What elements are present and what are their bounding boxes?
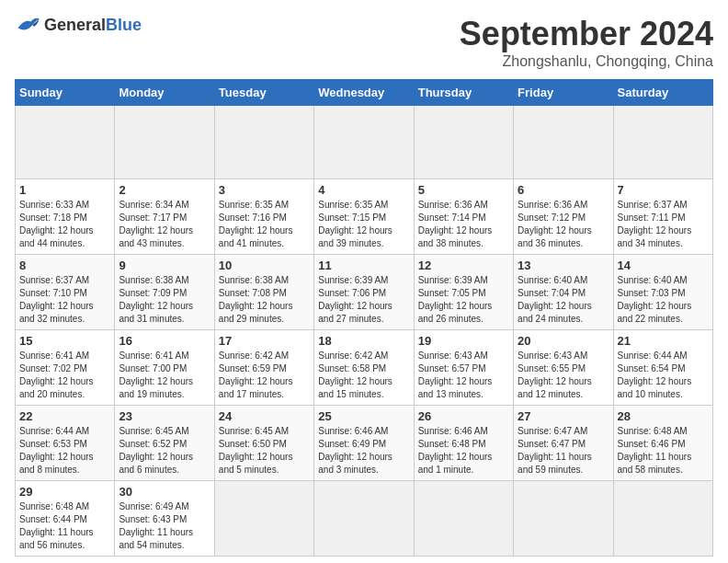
day-number: 7 [618, 183, 709, 197]
calendar-cell [514, 106, 613, 179]
calendar-cell [214, 106, 313, 179]
cell-content: Sunrise: 6:48 AMSunset: 6:44 PMDaylight:… [19, 500, 110, 552]
logo-blue: Blue [106, 16, 142, 34]
day-of-week-header: Monday [115, 80, 214, 106]
location: Zhongshanlu, Chongqing, China [460, 53, 713, 70]
calendar-cell: 19Sunrise: 6:43 AMSunset: 6:57 PMDayligh… [414, 330, 513, 406]
cell-content: Sunrise: 6:38 AMSunset: 7:08 PMDaylight:… [219, 274, 310, 326]
cell-content: Sunrise: 6:46 AMSunset: 6:49 PMDaylight:… [318, 425, 409, 477]
calendar-week-row [16, 106, 713, 179]
calendar-cell: 18Sunrise: 6:42 AMSunset: 6:58 PMDayligh… [314, 330, 414, 406]
cell-content: Sunrise: 6:47 AMSunset: 6:47 PMDaylight:… [518, 425, 609, 477]
title-area: September 2024 Zhongshanlu, Chongqing, C… [460, 15, 713, 70]
day-number: 16 [119, 334, 210, 348]
calendar-cell: 3Sunrise: 6:35 AMSunset: 7:16 PMDaylight… [214, 179, 313, 255]
day-number: 12 [418, 259, 509, 272]
calendar-cell: 21Sunrise: 6:44 AMSunset: 6:54 PMDayligh… [613, 330, 712, 406]
calendar-cell [414, 106, 513, 179]
cell-content: Sunrise: 6:41 AMSunset: 7:00 PMDaylight:… [119, 350, 210, 401]
day-number: 15 [19, 334, 110, 348]
day-number: 8 [19, 259, 110, 272]
logo-text: GeneralBlue [44, 16, 142, 35]
calendar-cell: 5Sunrise: 6:36 AMSunset: 7:14 PMDaylight… [414, 179, 513, 255]
day-of-week-header: Thursday [414, 80, 513, 106]
cell-content: Sunrise: 6:36 AMSunset: 7:12 PMDaylight:… [518, 199, 609, 250]
cell-content: Sunrise: 6:38 AMSunset: 7:09 PMDaylight:… [119, 274, 210, 326]
calendar-cell [414, 481, 513, 557]
calendar-cell [314, 481, 414, 557]
cell-content: Sunrise: 6:46 AMSunset: 6:48 PMDaylight:… [418, 425, 509, 477]
calendar-cell: 16Sunrise: 6:41 AMSunset: 7:00 PMDayligh… [115, 330, 214, 406]
calendar-week-row: 1Sunrise: 6:33 AMSunset: 7:18 PMDaylight… [16, 179, 713, 255]
cell-content: Sunrise: 6:44 AMSunset: 6:53 PMDaylight:… [19, 425, 110, 477]
calendar-cell: 23Sunrise: 6:45 AMSunset: 6:52 PMDayligh… [115, 406, 214, 481]
logo-icon [15, 15, 40, 35]
calendar-cell: 10Sunrise: 6:38 AMSunset: 7:08 PMDayligh… [214, 255, 313, 330]
calendar-cell: 1Sunrise: 6:33 AMSunset: 7:18 PMDaylight… [16, 179, 115, 255]
day-of-week-header: Wednesday [314, 80, 414, 106]
calendar-cell: 28Sunrise: 6:48 AMSunset: 6:46 PMDayligh… [613, 406, 712, 481]
day-number: 13 [518, 259, 609, 272]
day-number: 25 [318, 409, 409, 423]
month-title: September 2024 [460, 15, 713, 53]
cell-content: Sunrise: 6:43 AMSunset: 6:55 PMDaylight:… [518, 350, 609, 401]
day-number: 3 [219, 183, 310, 197]
cell-content: Sunrise: 6:42 AMSunset: 6:59 PMDaylight:… [219, 350, 310, 401]
calendar-cell [613, 481, 712, 557]
calendar-cell: 4Sunrise: 6:35 AMSunset: 7:15 PMDaylight… [314, 179, 414, 255]
calendar-cell: 20Sunrise: 6:43 AMSunset: 6:55 PMDayligh… [514, 330, 613, 406]
cell-content: Sunrise: 6:49 AMSunset: 6:43 PMDaylight:… [119, 500, 210, 552]
day-number: 21 [618, 334, 709, 348]
calendar-week-row: 8Sunrise: 6:37 AMSunset: 7:10 PMDaylight… [16, 255, 713, 330]
day-number: 30 [119, 485, 210, 499]
calendar-cell: 13Sunrise: 6:40 AMSunset: 7:04 PMDayligh… [514, 255, 613, 330]
day-of-week-header: Friday [514, 80, 613, 106]
calendar-cell: 14Sunrise: 6:40 AMSunset: 7:03 PMDayligh… [613, 255, 712, 330]
day-of-week-header: Sunday [16, 80, 115, 106]
calendar-week-row: 15Sunrise: 6:41 AMSunset: 7:02 PMDayligh… [16, 330, 713, 406]
calendar-week-row: 29Sunrise: 6:48 AMSunset: 6:44 PMDayligh… [16, 481, 713, 557]
cell-content: Sunrise: 6:39 AMSunset: 7:06 PMDaylight:… [318, 274, 409, 326]
calendar-cell: 2Sunrise: 6:34 AMSunset: 7:17 PMDaylight… [115, 179, 214, 255]
day-number: 22 [19, 409, 110, 423]
calendar-cell: 22Sunrise: 6:44 AMSunset: 6:53 PMDayligh… [16, 406, 115, 481]
day-number: 19 [418, 334, 509, 348]
cell-content: Sunrise: 6:37 AMSunset: 7:11 PMDaylight:… [618, 199, 709, 250]
calendar-cell: 29Sunrise: 6:48 AMSunset: 6:44 PMDayligh… [16, 481, 115, 557]
cell-content: Sunrise: 6:35 AMSunset: 7:16 PMDaylight:… [219, 199, 310, 250]
cell-content: Sunrise: 6:40 AMSunset: 7:04 PMDaylight:… [518, 274, 609, 326]
cell-content: Sunrise: 6:43 AMSunset: 6:57 PMDaylight:… [418, 350, 509, 401]
cell-content: Sunrise: 6:41 AMSunset: 7:02 PMDaylight:… [19, 350, 110, 401]
cell-content: Sunrise: 6:42 AMSunset: 6:58 PMDaylight:… [318, 350, 409, 401]
logo-general: General [44, 16, 106, 34]
calendar-week-row: 22Sunrise: 6:44 AMSunset: 6:53 PMDayligh… [16, 406, 713, 481]
cell-content: Sunrise: 6:35 AMSunset: 7:15 PMDaylight:… [318, 199, 409, 250]
calendar-cell [16, 106, 115, 179]
calendar-cell [115, 106, 214, 179]
day-number: 24 [219, 409, 310, 423]
cell-content: Sunrise: 6:45 AMSunset: 6:52 PMDaylight:… [119, 425, 210, 477]
calendar-header-row: SundayMondayTuesdayWednesdayThursdayFrid… [16, 80, 713, 106]
day-number: 14 [618, 259, 709, 272]
day-number: 20 [518, 334, 609, 348]
day-number: 11 [318, 259, 409, 272]
cell-content: Sunrise: 6:37 AMSunset: 7:10 PMDaylight:… [19, 274, 110, 326]
day-number: 29 [19, 485, 110, 499]
logo: GeneralBlue [15, 15, 142, 35]
day-number: 5 [418, 183, 509, 197]
calendar-cell: 6Sunrise: 6:36 AMSunset: 7:12 PMDaylight… [514, 179, 613, 255]
calendar-cell [214, 481, 313, 557]
day-number: 1 [19, 183, 110, 197]
calendar-cell: 26Sunrise: 6:46 AMSunset: 6:48 PMDayligh… [414, 406, 513, 481]
calendar-cell: 15Sunrise: 6:41 AMSunset: 7:02 PMDayligh… [16, 330, 115, 406]
day-number: 23 [119, 409, 210, 423]
calendar-cell [613, 106, 712, 179]
day-of-week-header: Saturday [613, 80, 712, 106]
calendar-cell: 27Sunrise: 6:47 AMSunset: 6:47 PMDayligh… [514, 406, 613, 481]
cell-content: Sunrise: 6:48 AMSunset: 6:46 PMDaylight:… [618, 425, 709, 477]
calendar-cell: 11Sunrise: 6:39 AMSunset: 7:06 PMDayligh… [314, 255, 414, 330]
cell-content: Sunrise: 6:33 AMSunset: 7:18 PMDaylight:… [19, 199, 110, 250]
calendar-cell: 24Sunrise: 6:45 AMSunset: 6:50 PMDayligh… [214, 406, 313, 481]
calendar-table: SundayMondayTuesdayWednesdayThursdayFrid… [15, 79, 713, 557]
day-number: 17 [219, 334, 310, 348]
